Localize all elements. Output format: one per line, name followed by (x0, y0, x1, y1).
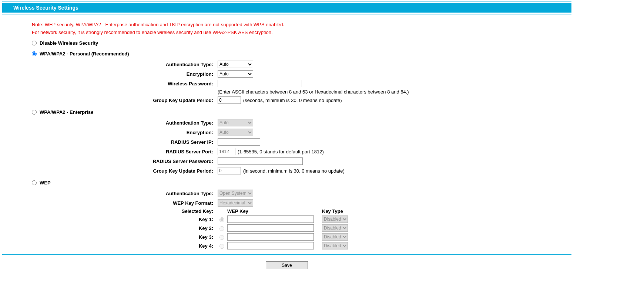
note-line-2: For network security, it is strongly rec… (32, 30, 574, 35)
select-ent-encryption[interactable]: Auto (218, 129, 253, 136)
radio-wep[interactable] (32, 180, 37, 185)
bottom-rule (2, 254, 571, 255)
label-wireless-password: Wireless Password: (32, 81, 218, 86)
wep-key-row-2: Key 2: Disabled (32, 224, 574, 232)
label-personal-auth: Authentication Type: (32, 62, 218, 67)
input-ent-groupkey[interactable] (218, 167, 241, 174)
save-button[interactable]: Save (266, 261, 308, 269)
input-radius-port[interactable] (218, 148, 235, 155)
input-radius-password[interactable] (218, 157, 303, 165)
label-wpa-enterprise: WPA/WPA2 - Enterprise (40, 109, 93, 115)
select-personal-auth[interactable]: Auto (218, 61, 253, 68)
label-key4: Key 4: (32, 243, 218, 249)
input-radius-ip[interactable] (218, 138, 260, 146)
select-wep-key-format[interactable]: Hexadecimal (218, 199, 253, 207)
label-selected-key: Selected Key: (32, 208, 218, 214)
label-key2: Key 2: (32, 225, 218, 231)
wep-key-row-3: Key 3: Disabled (32, 233, 574, 241)
wep-key-row-1: Key 1: Disabled (32, 215, 574, 223)
hint-password: (Enter ASCII characters between 8 and 63… (218, 89, 409, 95)
hint-ent-groupkey: (in second, minimum is 30, 0 means no up… (243, 168, 345, 174)
radio-wep-key-1[interactable] (219, 217, 224, 222)
note-line-1: Note: WEP security, WPA/WPA2 - Enterpris… (32, 22, 574, 27)
label-key1: Key 1: (32, 217, 218, 222)
select-wep-keytype-4[interactable]: Disabled (322, 242, 348, 249)
select-wep-keytype-1[interactable]: Disabled (322, 215, 348, 223)
label-wpa-personal: WPA/WPA2 - Personal (Recommended) (40, 51, 129, 57)
hint-radius-port: (1-65535, 0 stands for default port 1812… (238, 149, 324, 154)
input-wep-key-3[interactable] (227, 233, 314, 241)
label-radius-password: RADIUS Server Password: (32, 159, 218, 164)
col-header-key-type: Key Type (322, 208, 352, 214)
col-header-wep-key: WEP Key (227, 208, 322, 214)
select-wep-auth[interactable]: Open System (218, 190, 253, 197)
select-wep-keytype-2[interactable]: Disabled (322, 224, 348, 232)
label-ent-groupkey: Group Key Update Period: (32, 168, 218, 174)
label-personal-encryption: Encryption: (32, 71, 218, 77)
radio-disable-security[interactable] (32, 41, 37, 45)
label-wep-key-format: WEP Key Format: (32, 200, 218, 206)
label-key3: Key 3: (32, 234, 218, 240)
select-personal-encryption[interactable]: Auto (218, 70, 253, 78)
label-radius-ip: RADIUS Server IP: (32, 139, 218, 145)
label-radius-port: RADIUS Server Port: (32, 149, 218, 154)
page-title: Wireless Security Settings (2, 3, 571, 13)
radio-wpa-enterprise[interactable] (32, 110, 37, 115)
label-ent-auth: Authentication Type: (32, 120, 218, 126)
label-wep: WEP (40, 180, 51, 186)
wep-key-row-4: Key 4: Disabled (32, 242, 574, 249)
input-personal-groupkey[interactable] (218, 96, 241, 104)
input-wireless-password[interactable] (218, 80, 302, 87)
radio-wpa-personal[interactable] (32, 51, 37, 56)
radio-wep-key-3[interactable] (219, 235, 224, 240)
input-wep-key-1[interactable] (227, 215, 314, 223)
label-ent-encryption: Encryption: (32, 130, 218, 135)
radio-wep-key-4[interactable] (219, 244, 224, 249)
select-ent-auth[interactable]: Auto (218, 119, 253, 126)
select-wep-keytype-3[interactable]: Disabled (322, 233, 348, 241)
content-area: Note: WEP security, WPA/WPA2 - Enterpris… (0, 14, 574, 249)
hint-personal-groupkey: (seconds, minimum is 30, 0 means no upda… (243, 98, 342, 103)
top-rule (2, 1, 571, 1)
radio-wep-key-2[interactable] (219, 226, 224, 231)
input-wep-key-2[interactable] (227, 224, 314, 232)
input-wep-key-4[interactable] (227, 242, 314, 249)
label-wep-auth: Authentication Type: (32, 191, 218, 196)
label-disable-security: Disable Wireless Security (40, 40, 98, 46)
label-personal-groupkey: Group Key Update Period: (32, 98, 218, 103)
